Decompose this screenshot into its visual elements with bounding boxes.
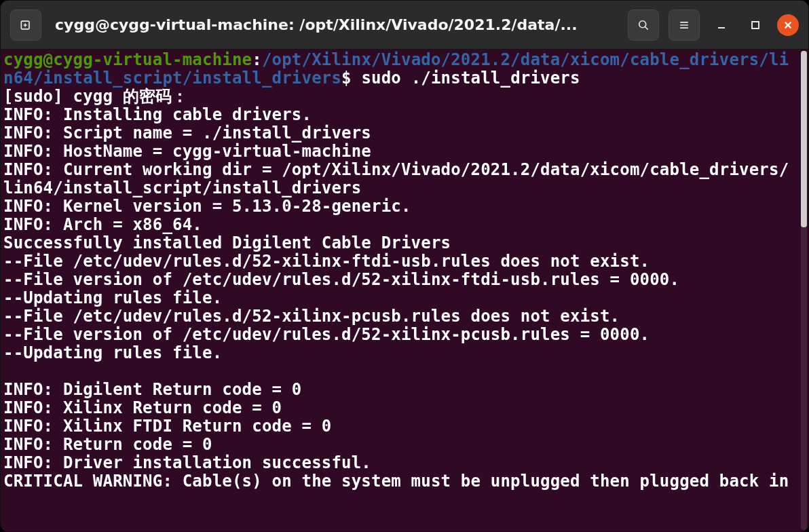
output-line: --File version of /etc/udev/rules.d/52-x… bbox=[3, 270, 679, 289]
maximize-button[interactable] bbox=[743, 13, 768, 37]
output-line: INFO: Arch = x86_64. bbox=[3, 215, 202, 234]
output-line: [sudo] cygg 的密码： bbox=[3, 87, 189, 106]
prompt-dollar: $ bbox=[341, 69, 361, 88]
output-line: INFO: Driver installation successful. bbox=[3, 453, 371, 472]
minimize-icon bbox=[716, 20, 727, 31]
prompt-colon: : bbox=[252, 50, 262, 69]
menu-button[interactable] bbox=[669, 10, 700, 41]
terminal-content[interactable]: cygg@cygg-virtual-machine:/opt/Xilinx/Vi… bbox=[1, 50, 799, 531]
search-button[interactable] bbox=[628, 10, 659, 41]
svg-point-3 bbox=[639, 20, 646, 27]
output-line: --Updating rules file. bbox=[3, 343, 222, 362]
prompt-command: sudo ./install_drivers bbox=[361, 69, 580, 88]
terminal-body[interactable]: cygg@cygg-virtual-machine:/opt/Xilinx/Vi… bbox=[1, 50, 808, 531]
new-tab-button[interactable] bbox=[10, 10, 41, 41]
output-line: INFO: Xilinx FTDI Return code = 0 bbox=[3, 417, 331, 436]
scrollbar-thumb[interactable] bbox=[801, 51, 807, 227]
close-icon bbox=[783, 20, 793, 30]
output-line: --File /etc/udev/rules.d/52-xilinx-pcusb… bbox=[3, 307, 620, 326]
titlebar: cygg@cygg-virtual-machine: /opt/Xilinx/V… bbox=[1, 1, 808, 50]
output-line: INFO: Return code = 0 bbox=[3, 435, 212, 454]
new-tab-icon bbox=[19, 18, 33, 32]
output-line: Successfully installed Digilent Cable Dr… bbox=[3, 233, 451, 252]
prompt-user: cygg@cygg-virtual-machine bbox=[3, 50, 252, 69]
output-line: --File version of /etc/udev/rules.d/52-x… bbox=[3, 325, 650, 344]
output-line: --File /etc/udev/rules.d/52-xilinx-ftdi-… bbox=[3, 252, 650, 271]
scrollbar[interactable] bbox=[799, 50, 808, 531]
output-line: CRITICAL WARNING: Cable(s) on the system… bbox=[3, 472, 789, 491]
titlebar-actions bbox=[628, 10, 799, 41]
output-line: INFO: Current working dir = /opt/Xilinx/… bbox=[3, 160, 789, 197]
window-title: cygg@cygg-virtual-machine: /opt/Xilinx/V… bbox=[51, 16, 618, 33]
svg-line-4 bbox=[645, 26, 648, 29]
hamburger-icon bbox=[677, 18, 691, 32]
output-line: INFO: Installing cable drivers. bbox=[3, 105, 312, 124]
output-line: INFO: Kernel version = 5.13.0-28-generic… bbox=[3, 197, 411, 216]
search-icon bbox=[637, 18, 650, 32]
svg-rect-9 bbox=[752, 22, 759, 28]
minimize-button[interactable] bbox=[709, 13, 734, 37]
close-button[interactable] bbox=[777, 14, 799, 36]
output-line: INFO: HostName = cygg-virtual-machine bbox=[3, 142, 371, 161]
output-line: INFO: Script name = ./install_drivers bbox=[3, 124, 371, 142]
output-line: --Updating rules file. bbox=[3, 288, 222, 307]
output-line: INFO: Digilent Return code = 0 bbox=[3, 380, 301, 399]
output-line: INFO: Xilinx Return code = 0 bbox=[3, 398, 282, 417]
terminal-window: cygg@cygg-virtual-machine: /opt/Xilinx/V… bbox=[0, 0, 809, 532]
maximize-icon bbox=[750, 20, 761, 31]
